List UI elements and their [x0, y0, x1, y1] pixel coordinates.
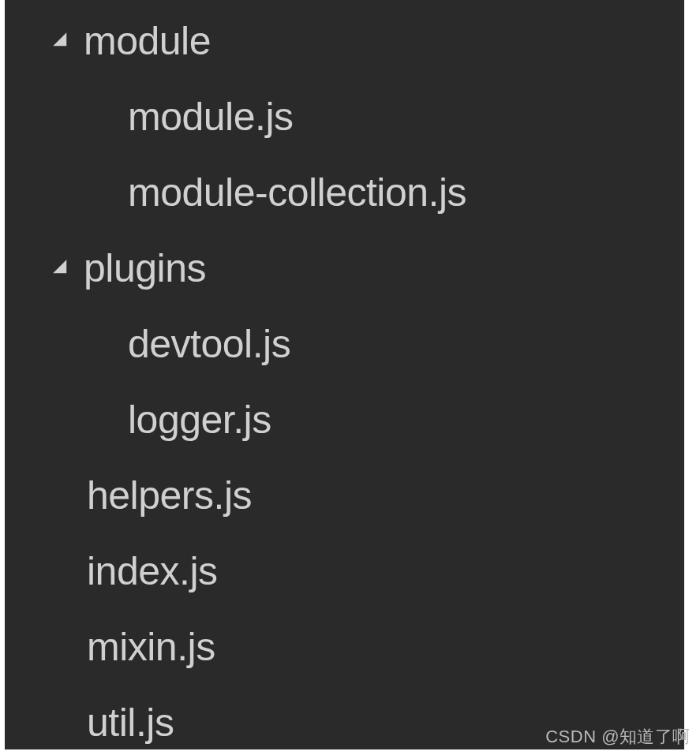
chevron-down-icon [53, 260, 73, 279]
file-item[interactable]: module-collection.js [5, 155, 684, 230]
file-item[interactable]: index.js [5, 533, 684, 609]
file-explorer-panel: module module.js module-collection.js pl… [5, 0, 684, 749]
watermark: CSDN @知道了啊 [545, 725, 691, 749]
file-item[interactable]: mixin.js [5, 609, 684, 685]
file-label: index.js [87, 548, 218, 594]
file-label: helpers.js [87, 473, 252, 518]
file-label: logger.js [128, 397, 271, 443]
file-label: devtool.js [128, 321, 290, 367]
file-label: module-collection.js [128, 170, 466, 215]
file-item[interactable]: helpers.js [5, 458, 684, 533]
file-item[interactable]: devtool.js [5, 306, 684, 382]
folder-label: plugins [84, 245, 206, 291]
file-label: mixin.js [87, 624, 215, 670]
folder-plugins[interactable]: plugins [5, 230, 684, 306]
file-label: module.js [128, 94, 294, 140]
chevron-down-icon [53, 32, 73, 52]
folder-module[interactable]: module [5, 3, 684, 79]
file-label: util.js [87, 700, 174, 746]
file-item[interactable]: logger.js [5, 382, 684, 458]
folder-label: module [84, 18, 211, 64]
file-item[interactable]: module.js [5, 79, 684, 155]
